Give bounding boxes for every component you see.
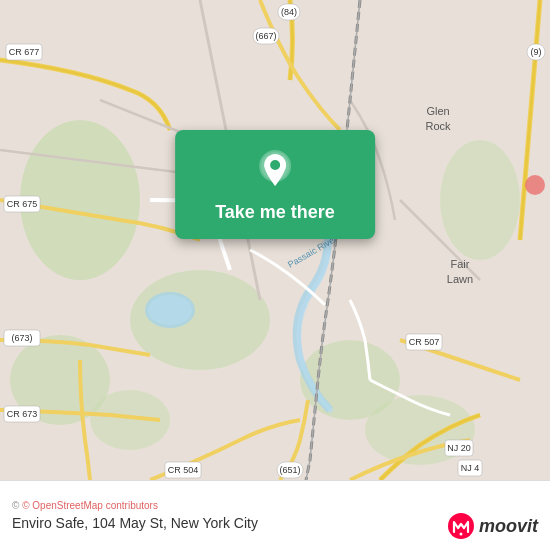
svg-point-9 — [148, 295, 192, 325]
svg-text:(673): (673) — [11, 333, 32, 343]
svg-text:Glen: Glen — [426, 105, 449, 117]
svg-text:CR 673: CR 673 — [7, 409, 38, 419]
svg-text:NJ 20: NJ 20 — [447, 443, 471, 453]
svg-text:Rock: Rock — [425, 120, 451, 132]
moovit-text: moovit — [479, 516, 538, 537]
svg-text:CR 507: CR 507 — [409, 337, 440, 347]
location-name: Enviro Safe, 104 May St, New York City — [12, 515, 258, 531]
map-container: Passaic River CR 677 (84) (667) (9) CR 6… — [0, 0, 550, 480]
svg-text:(651): (651) — [279, 465, 300, 475]
svg-point-4 — [440, 140, 520, 260]
take-me-there-button-label: Take me there — [215, 202, 335, 223]
osm-link[interactable]: © OpenStreetMap contributors — [22, 500, 158, 511]
svg-text:CR 677: CR 677 — [9, 47, 40, 57]
svg-point-39 — [525, 175, 545, 195]
svg-text:NJ 4: NJ 4 — [461, 463, 480, 473]
moovit-logo: moovit — [447, 512, 538, 540]
svg-point-44 — [459, 533, 462, 536]
copyright-symbol: © — [12, 500, 19, 511]
location-pin-icon — [253, 148, 297, 192]
svg-point-42 — [270, 160, 280, 170]
copyright-line: © © OpenStreetMap contributors — [12, 500, 538, 511]
svg-text:CR 504: CR 504 — [168, 465, 199, 475]
svg-text:(84): (84) — [281, 7, 297, 17]
svg-text:Fair: Fair — [451, 258, 470, 270]
svg-text:Lawn: Lawn — [447, 273, 473, 285]
bottom-bar: © © OpenStreetMap contributors Enviro Sa… — [0, 480, 550, 550]
svg-text:(9): (9) — [531, 47, 542, 57]
moovit-brand-icon — [447, 512, 475, 540]
button-overlay: Take me there — [175, 130, 375, 239]
take-me-there-card[interactable]: Take me there — [175, 130, 375, 239]
svg-text:(667): (667) — [255, 31, 276, 41]
svg-text:CR 675: CR 675 — [7, 199, 38, 209]
